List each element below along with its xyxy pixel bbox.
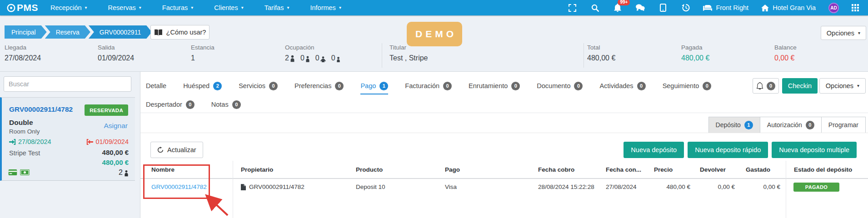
divider — [140, 178, 868, 179]
tab-count-badge: 2 — [213, 82, 222, 90]
breadcrumb: Principal Reserva GRV00002911 — [5, 25, 152, 39]
menu-facturas[interactable]: Facturas▾ — [152, 0, 204, 15]
subtab-deposito[interactable]: Depósito1 — [708, 117, 760, 133]
property-label: Hotel Gran Via — [773, 4, 816, 11]
tab-pago[interactable]: Pago1 — [360, 77, 388, 94]
person-icon — [124, 170, 129, 177]
fullscreen-icon[interactable] — [567, 2, 578, 13]
column-header-estado[interactable]: Estado del depósito — [794, 166, 852, 173]
pms-logo-text: PMS — [17, 2, 38, 13]
checkout-date: 01/09/2024 — [86, 138, 129, 145]
quick-deposit-button[interactable]: Nueva deposito rápido — [688, 142, 768, 158]
topbar-right-tools: 99+ Front Right Hotel Gran Vi — [567, 0, 866, 15]
deposit-refund-cell: 0,00 € — [718, 183, 735, 190]
how-to-use-button[interactable]: ¿Cómo usar? — [150, 25, 210, 40]
guest-name: Stripe Test — [9, 149, 40, 157]
multiple-deposit-button[interactable]: Nueva deposito multiple — [772, 142, 857, 158]
checkin-button[interactable]: Checkin — [782, 78, 818, 94]
tab-actividades[interactable]: Actividades0 — [599, 77, 645, 94]
person-child-icon — [320, 56, 326, 62]
occupancy-counts: 2 0 0 0 — [285, 54, 340, 62]
search-icon[interactable] — [589, 2, 600, 13]
column-header-gastado[interactable]: Gastado — [746, 166, 770, 173]
tab-preferencias[interactable]: Preferencias0 — [294, 77, 344, 94]
column-header-producto[interactable]: Producto — [356, 166, 383, 173]
sign-out-icon — [86, 139, 93, 145]
annotation-highlight-box — [143, 164, 210, 199]
subtab-programar[interactable]: Programar — [821, 117, 866, 133]
header-options-button[interactable]: Opciones ▾ — [821, 26, 866, 40]
occupancy-babies: 0 — [331, 54, 340, 62]
workstation-selector[interactable]: Front Right — [703, 4, 748, 11]
field-salida: Salida 01/09/2024 — [98, 44, 134, 62]
menu-informes[interactable]: Informes▾ — [299, 0, 351, 15]
room-search-input[interactable] — [4, 76, 131, 92]
person-junior-icon — [305, 56, 310, 62]
apps-grid-icon[interactable] — [850, 2, 861, 13]
tab-documento[interactable]: Documento0 — [537, 77, 583, 94]
breadcrumb-reserva[interactable]: Reserva — [45, 25, 90, 39]
user-avatar[interactable]: AD — [828, 3, 839, 13]
menu-recepcion[interactable]: Recepción▾ — [40, 0, 98, 15]
assign-room-link[interactable]: Asignar — [104, 122, 128, 130]
pms-logo[interactable]: PMS — [7, 0, 38, 15]
field-total: Total 480,00 € — [587, 44, 615, 62]
chevron-down-icon: ▾ — [857, 84, 859, 88]
alarm-count-badge: 0 — [767, 82, 775, 90]
breadcrumb-reservation-id[interactable]: GRV00002911 — [89, 25, 152, 39]
breadcrumb-principal[interactable]: Principal — [5, 25, 47, 39]
deposit-status-badge: PAGADO — [793, 183, 839, 192]
room-type: Double — [9, 119, 33, 127]
chevron-down-icon: ▾ — [139, 5, 141, 10]
reservation-room-card[interactable]: GRV00002911/4782 RESERVADA Double Asigna… — [0, 97, 135, 181]
chevron-down-icon: ▾ — [339, 5, 341, 10]
status-badge: RESERVADA — [85, 104, 128, 116]
sign-in-icon — [9, 139, 16, 145]
tab-notas[interactable]: Notas0 — [211, 100, 241, 109]
tab-enrutamiento[interactable]: Enrutamiento0 — [469, 77, 520, 94]
property-selector[interactable]: Hotel Gran Via — [761, 4, 816, 11]
reservation-detail-panel: Detalle Huésped2 Servicios0 Preferencias… — [140, 72, 868, 218]
tab-detalle[interactable]: Detalle — [146, 77, 166, 94]
mobile-device-icon[interactable] — [658, 2, 668, 13]
menu-tarifas[interactable]: Tarifas▾ — [254, 0, 300, 15]
pms-app: PMS Recepción▾ Reservas▾ Facturas▾ Clien… — [0, 0, 868, 218]
tab-huesped[interactable]: Huésped2 — [183, 77, 222, 94]
divider — [584, 43, 584, 68]
detail-options-button[interactable]: Opciones ▾ — [819, 78, 866, 94]
menu-reservas[interactable]: Reservas▾ — [98, 0, 152, 15]
bed-icon — [703, 5, 712, 11]
room-reference-link[interactable]: GRV00002911/4782 — [9, 105, 73, 114]
new-deposit-button[interactable]: Nueva depósito — [624, 142, 684, 158]
subtab-autorizacion[interactable]: Autorización0 — [760, 117, 822, 133]
tab-facturacion[interactable]: Facturación0 — [405, 77, 452, 94]
notifications-bell-icon[interactable]: 99+ — [612, 2, 623, 13]
history-icon[interactable] — [680, 2, 691, 13]
column-header-propietario[interactable]: Propietario — [241, 166, 273, 173]
column-header-fecha-con[interactable]: Fecha con... — [606, 166, 641, 173]
column-header-precio[interactable]: Precio — [654, 166, 673, 173]
payment-method-icons — [8, 169, 30, 175]
menu-clientes[interactable]: Clientes▾ — [204, 0, 254, 15]
demo-badge: DEMO — [407, 22, 462, 46]
column-header-pago[interactable]: Pago — [445, 166, 460, 173]
divider — [140, 113, 868, 113]
tab-count-badge: 0 — [703, 82, 711, 90]
column-header-devolver[interactable]: Devolver — [700, 166, 726, 173]
pms-logo-icon — [7, 4, 15, 12]
occupancy-juniors: 0 — [300, 54, 310, 62]
divider — [140, 133, 868, 133]
tab-despertador[interactable]: Despertador0 — [146, 100, 195, 109]
chat-icon[interactable] — [635, 2, 646, 13]
alarm-button[interactable]: 0 — [753, 78, 779, 94]
field-balance: Balance 0,00 € — [774, 44, 797, 62]
tab-count-badge: 0 — [335, 82, 344, 90]
chevron-down-icon: ▾ — [858, 31, 860, 35]
deposit-product-cell: Deposit 10 — [356, 183, 385, 190]
refresh-button[interactable]: Actualizar — [150, 142, 203, 158]
column-header-fecha-cobro[interactable]: Fecha cobro — [538, 166, 574, 173]
credit-card-icon — [8, 169, 17, 175]
deposit-spent-cell: 0,00 € — [763, 183, 780, 190]
tab-seguimiento[interactable]: Seguimiento0 — [663, 77, 712, 94]
tab-servicios[interactable]: Servicios0 — [239, 77, 278, 94]
